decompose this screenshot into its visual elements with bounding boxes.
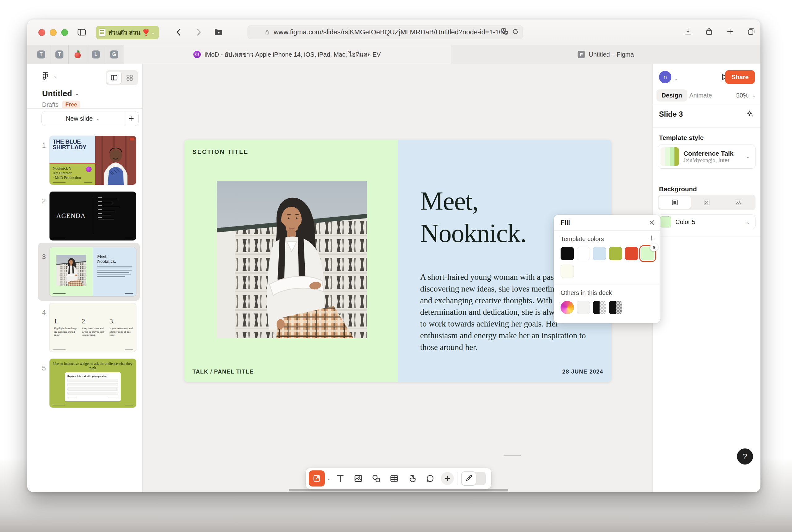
add-slide-button[interactable]	[124, 111, 138, 126]
avatar[interactable]: n	[659, 71, 671, 83]
tab-figma[interactable]: F Untitled – Figma	[451, 45, 760, 64]
swatch-light-blue[interactable]	[593, 247, 606, 260]
chevron-down-icon: ⌄	[151, 30, 155, 36]
new-slide-control: New slide ⌄	[41, 111, 139, 126]
swatch-black-checker[interactable]	[593, 301, 606, 314]
close-window-button[interactable]	[38, 29, 45, 36]
swatch-olive[interactable]	[609, 247, 622, 260]
pinned-tab-4[interactable]: L	[87, 45, 105, 64]
figma-favicon: F	[578, 51, 585, 58]
browser-window: ส่วนตัว ส่วน ❣️ ⌄ www.figma.com/slides/r…	[27, 19, 760, 492]
text-line-placeholder	[53, 238, 65, 238]
share-button[interactable]: Share	[725, 70, 755, 84]
slide-footer-left[interactable]: TALK / PANEL TITLE	[192, 368, 254, 375]
swatch-red[interactable]	[625, 247, 638, 260]
swatch-light-gray[interactable]	[577, 301, 590, 314]
slide-list-item-4[interactable]: 4 1. Highlight three things the audience…	[27, 303, 142, 352]
swatch-cream[interactable]	[561, 265, 574, 278]
slide-template-tool-active[interactable]	[309, 470, 325, 487]
swatch-gradient[interactable]	[561, 301, 574, 314]
color-swatch	[660, 216, 671, 227]
selected-slide-label: Slide 3	[659, 110, 683, 118]
zoom-control[interactable]: 50% ⌄	[736, 92, 755, 99]
slide-footer-right[interactable]: 28 JUNE 2024	[562, 368, 603, 375]
thumb-photo	[95, 136, 136, 185]
slide-1-thumbnail[interactable]: THE BLUE SHIRT LADY Nooknick Y Art Direc…	[50, 136, 136, 185]
file-location[interactable]: Drafts	[42, 101, 58, 108]
back-button[interactable]	[174, 27, 184, 37]
slide-photo[interactable]	[217, 181, 367, 339]
pinned-tab-5[interactable]: G	[105, 45, 123, 64]
view-toggle	[106, 70, 138, 85]
help-button[interactable]: ?	[737, 449, 753, 464]
tab-overview-icon[interactable]	[747, 27, 755, 36]
tab-design[interactable]: Design	[656, 90, 687, 101]
close-icon[interactable]	[648, 219, 656, 226]
share-icon[interactable]	[705, 27, 713, 36]
image-fill-option[interactable]	[722, 196, 754, 209]
grid-view-icon	[125, 74, 134, 82]
thumb-title-line: SHIRT LADY	[53, 144, 86, 150]
new-slide-button[interactable]: New slide ⌄	[42, 111, 124, 126]
toggle-sidebar-icon[interactable]	[77, 27, 86, 37]
laser-pointer-button[interactable]	[462, 472, 476, 485]
pinned-tab-1[interactable]: T	[32, 45, 51, 64]
pinned-tab-2[interactable]: T	[51, 45, 69, 64]
speaker-notes-handle[interactable]	[504, 455, 521, 456]
slide-heading[interactable]: Meet, Nooknick.	[420, 185, 526, 249]
swatch-black[interactable]	[561, 247, 574, 260]
swatch-white[interactable]	[577, 247, 590, 260]
add-color-button[interactable]	[648, 234, 655, 242]
solid-fill-option[interactable]	[659, 196, 691, 209]
pinned-tab-3[interactable]	[69, 45, 87, 64]
url-bar[interactable]: www.figma.com/slides/rsiKMGetOeBQUZjMLMR…	[248, 25, 523, 39]
texture-fill-option[interactable]	[691, 196, 723, 209]
text-line-placeholder	[108, 397, 118, 397]
template-style-card[interactable]: Conference Talk JejuMyeongjo, Inter ⌄	[658, 145, 755, 169]
chevron-down-icon[interactable]: ⌄	[327, 476, 331, 481]
tab-animate[interactable]: Animate	[689, 92, 712, 99]
downloads-icon[interactable]	[684, 27, 692, 36]
slide-2-thumbnail[interactable]: AGENDA	[50, 192, 136, 241]
reload-icon[interactable]	[512, 28, 519, 35]
slide-5-thumbnail[interactable]: Use an interactive widget to ask the aud…	[50, 359, 136, 407]
tab-group-pill[interactable]: ส่วนตัว ส่วน ❣️ ⌄	[96, 26, 159, 39]
slide-3-thumbnail[interactable]: Meet, Nooknick.	[50, 247, 136, 296]
single-slide-view-button[interactable]	[107, 72, 121, 84]
background-color-select[interactable]: Color 5 ⌄	[658, 214, 755, 229]
widget-tool[interactable]	[405, 471, 419, 486]
slide-3-canvas[interactable]: SECTION TITLE TALK / PANEL TITLE Meet, N…	[185, 140, 611, 382]
new-tab-icon[interactable]	[726, 27, 734, 36]
translate-icon[interactable]	[501, 27, 509, 36]
table-tool[interactable]	[387, 471, 401, 486]
slide-4-thumbnail[interactable]: 1. Highlight three things the audience s…	[50, 303, 136, 352]
comment-tool[interactable]	[423, 471, 437, 486]
grid-view-button[interactable]	[122, 72, 137, 84]
zoom-window-button[interactable]	[61, 29, 68, 36]
swatch-light-green-selected[interactable]	[641, 247, 654, 260]
bookmarks-folder-icon[interactable]	[213, 27, 224, 37]
adjust-color-button[interactable]	[650, 243, 658, 251]
template-preview	[660, 147, 679, 166]
tab-group-icon	[99, 28, 106, 37]
slide-list-item-5[interactable]: 5 Use an interactive widget to ask the a…	[27, 359, 142, 407]
figma-menu[interactable]: ⌄	[41, 72, 57, 81]
text-line-placeholder	[125, 405, 133, 405]
slide-list-item-2[interactable]: 2 AGENDA	[27, 192, 142, 241]
text-tool[interactable]	[333, 471, 347, 486]
swatch-black-gray-checker[interactable]	[609, 301, 622, 314]
file-name[interactable]: Untitled ⌄	[42, 89, 79, 98]
add-more-tool[interactable]	[441, 472, 454, 485]
shape-tool[interactable]	[369, 471, 383, 486]
image-tool[interactable]	[351, 471, 365, 486]
slide-left-half[interactable]: SECTION TITLE TALK / PANEL TITLE	[185, 140, 398, 382]
ai-sparkle-icon[interactable]	[746, 110, 754, 118]
figma-slides-app: ⌄ Untitled ⌄ Drafts Free New	[27, 64, 760, 492]
laser-pointer-toggle[interactable]	[462, 472, 486, 485]
forward-button[interactable]	[194, 27, 204, 37]
chevron-down-icon[interactable]: ⌄	[674, 76, 678, 82]
minimize-window-button[interactable]	[50, 29, 57, 36]
section-title[interactable]: SECTION TITLE	[192, 149, 249, 155]
tab-imod[interactable]: iMoD - อัปเดตข่าว Apple iPhone 14, iOS, …	[123, 45, 451, 64]
horizontal-scrollbar[interactable]	[289, 489, 508, 492]
